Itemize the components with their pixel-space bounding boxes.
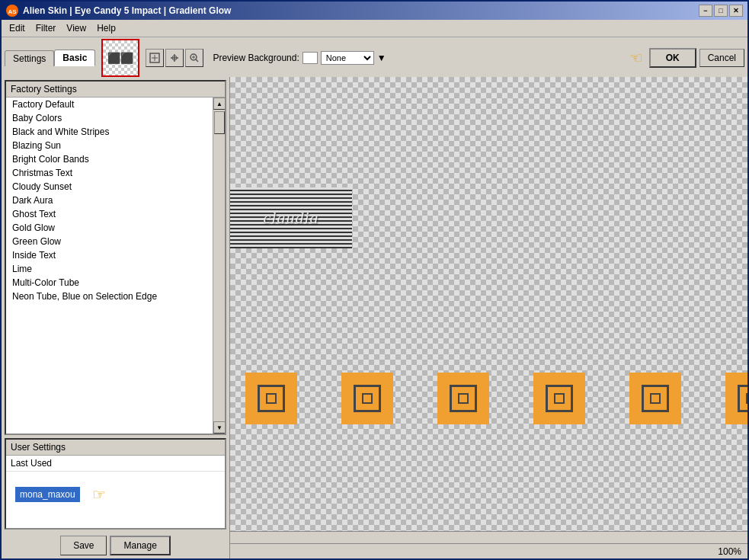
tab-settings[interactable]: Settings — [5, 50, 54, 66]
scroll-track[interactable] — [213, 110, 225, 421]
preset-neon-tube[interactable]: Neon Tube, Blue on Selection Edge — [6, 290, 213, 303]
orange-square-4 — [533, 373, 585, 424]
svg-text:AS: AS — [8, 8, 17, 15]
claudia-text: claudia — [264, 208, 319, 228]
maximize-button[interactable]: □ — [714, 5, 728, 17]
toolbar-icons — [146, 49, 203, 67]
pan-icon[interactable] — [165, 49, 184, 67]
status-bar: 100% — [230, 543, 747, 558]
title-bar: AS Alien Skin | Eye Candy 5 Impact | Gra… — [2, 2, 747, 20]
left-panel: Factory Settings Factory Default Baby Co… — [2, 77, 230, 558]
title-bar-left: AS Alien Skin | Eye Candy 5 Impact | Gra… — [6, 5, 231, 17]
cancel-button[interactable]: Cancel — [699, 49, 744, 67]
preset-blazing-sun[interactable]: Blazing Sun — [6, 139, 213, 152]
inner-square-1 — [258, 385, 285, 412]
title-buttons: − □ ✕ — [699, 5, 743, 17]
zoom-fit-icon[interactable] — [146, 49, 164, 67]
orange-squares-row — [245, 373, 747, 424]
preview-thumbnail: ⬛⬛ — [101, 39, 139, 77]
preset-green-glow[interactable]: Green Glow — [6, 235, 213, 248]
ok-hand-icon: ☞ — [629, 49, 643, 67]
preset-scrollbar[interactable]: ▲ ▼ — [213, 98, 225, 434]
menu-help[interactable]: Help — [92, 21, 120, 35]
inner-square-center-6 — [746, 393, 747, 404]
scroll-up-btn[interactable]: ▲ — [213, 98, 225, 110]
menu-view[interactable]: View — [62, 21, 91, 35]
preset-christmas-text[interactable]: Christmas Text — [6, 166, 213, 180]
window-title: Alien Skin | Eye Candy 5 Impact | Gradie… — [23, 5, 231, 16]
inner-square-6 — [738, 385, 747, 412]
inner-square-5 — [642, 385, 669, 412]
preset-gold-glow[interactable]: Gold Glow — [6, 221, 213, 235]
preview-bg-dropdown[interactable]: None White Black — [321, 51, 374, 65]
main-window: AS Alien Skin | Eye Candy 5 Impact | Gra… — [0, 0, 749, 560]
inner-square-center-3 — [458, 393, 469, 404]
user-hand-icon: ☜ — [92, 485, 106, 504]
ok-button[interactable]: OK — [649, 48, 696, 68]
inner-square-3 — [450, 385, 477, 412]
orange-square-1 — [245, 373, 297, 424]
app-icon: AS — [6, 5, 18, 17]
user-preset-item[interactable]: mona_maxou — [15, 487, 80, 502]
close-button[interactable]: ✕ — [729, 5, 743, 17]
svg-line-7 — [196, 59, 198, 62]
preset-black-white-stripes[interactable]: Black and White Stripes — [6, 125, 213, 139]
user-settings-header: User Settings — [6, 440, 225, 456]
preset-lime[interactable]: Lime — [6, 262, 213, 276]
preset-list[interactable]: Factory Default Baby Colors Black and Wh… — [6, 98, 213, 434]
preset-list-row: Factory Default Baby Colors Black and Wh… — [6, 98, 225, 434]
save-button[interactable]: Save — [60, 536, 107, 555]
claudia-image-area: claudia — [230, 187, 352, 248]
preset-multi-color-tube[interactable]: Multi-Color Tube — [6, 276, 213, 290]
preview-bg-color-swatch[interactable] — [302, 52, 318, 64]
bottom-buttons: Save Manage — [2, 533, 229, 558]
user-settings-section: User Settings Last Used mona_maxou ☜ — [5, 438, 226, 530]
ok-cancel-area: ☞ OK Cancel — [649, 48, 744, 68]
inner-square-4 — [546, 385, 573, 412]
preset-factory-default[interactable]: Factory Default — [6, 98, 213, 111]
content-area: Factory Settings Factory Default Baby Co… — [2, 77, 747, 558]
preset-bright-color-bands[interactable]: Bright Color Bands — [6, 152, 213, 166]
horizontal-scrollbar[interactable] — [230, 531, 747, 543]
zoom-icon[interactable] — [185, 49, 203, 67]
claudia-stripes: claudia — [230, 187, 352, 248]
preset-inside-text[interactable]: Inside Text — [6, 248, 213, 262]
dropdown-arrow-icon: ▼ — [377, 53, 386, 63]
menu-bar: Edit Filter View Help — [2, 20, 747, 37]
orange-square-2 — [341, 373, 393, 424]
preset-ghost-text[interactable]: Ghost Text — [6, 207, 213, 221]
inner-square-center-4 — [554, 393, 565, 404]
preset-baby-colors[interactable]: Baby Colors — [6, 111, 213, 125]
factory-settings-header: Factory Settings — [6, 82, 225, 98]
preset-dark-aura[interactable]: Dark Aura — [6, 194, 213, 207]
user-settings-subheader: Last Used — [6, 456, 225, 472]
menu-filter[interactable]: Filter — [31, 21, 61, 35]
tab-basic[interactable]: Basic — [54, 50, 95, 66]
preview-canvas: claudia — [230, 77, 747, 531]
factory-settings-section: Factory Settings Factory Default Baby Co… — [5, 80, 226, 435]
scroll-thumb[interactable] — [214, 111, 225, 134]
manage-button[interactable]: Manage — [110, 536, 170, 555]
preset-cloudy-sunset[interactable]: Cloudy Sunset — [6, 180, 213, 194]
inner-square-center-5 — [650, 393, 661, 404]
orange-square-5 — [629, 373, 681, 424]
preview-background-control: Preview Background: None White Black ▼ — [213, 51, 386, 65]
scroll-down-btn[interactable]: ▼ — [213, 421, 225, 434]
right-panel: claudia — [230, 77, 747, 558]
preview-bg-label: Preview Background: — [213, 53, 299, 63]
minimize-button[interactable]: − — [699, 5, 712, 17]
menu-edit[interactable]: Edit — [5, 21, 30, 35]
orange-square-6 — [725, 373, 747, 424]
ok-button-area: ☞ OK — [649, 48, 696, 68]
inner-square-center-2 — [362, 393, 373, 404]
inner-square-2 — [354, 385, 381, 412]
user-settings-content: mona_maxou ☜ — [6, 472, 225, 517]
inner-square-center-1 — [266, 393, 277, 404]
orange-square-3 — [437, 373, 489, 424]
zoom-level: 100% — [718, 546, 741, 557]
